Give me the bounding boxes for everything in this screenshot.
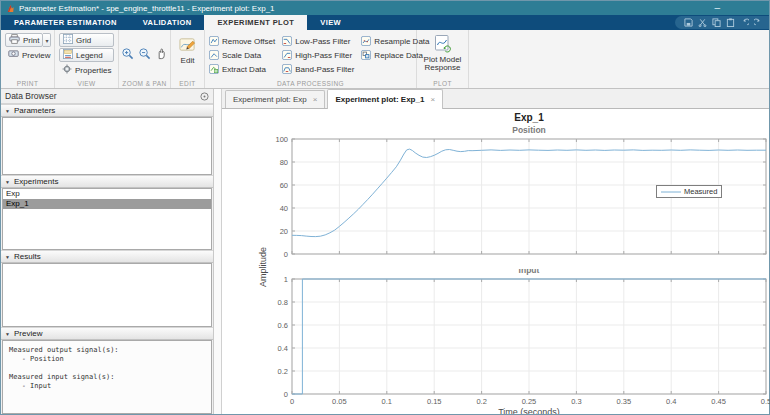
data-browser-menu-icon[interactable] xyxy=(200,92,209,101)
print-button[interactable]: Print xyxy=(5,33,43,47)
print-dropdown[interactable]: ▾ xyxy=(43,33,51,47)
scale-data-icon xyxy=(209,50,219,62)
tab-experiment-plot[interactable]: EXPERIMENT PLOT xyxy=(204,15,307,30)
legend-toggle[interactable]: Legend xyxy=(59,48,114,62)
plot-group-label: PLOT xyxy=(417,80,468,87)
legend-line-sample xyxy=(661,190,681,194)
paste-icon[interactable] xyxy=(726,18,735,27)
results-section-header[interactable]: ▼ Results xyxy=(1,250,213,263)
parameters-section-header[interactable]: ▼ Parameters xyxy=(1,104,213,117)
copy-icon[interactable] xyxy=(712,18,721,27)
close-icon[interactable]: × xyxy=(313,95,318,104)
svg-text:1: 1 xyxy=(284,275,288,284)
svg-text:0.2: 0.2 xyxy=(476,397,486,406)
ribbon: Print ▾ Preview PRINT Grid Lege xyxy=(1,30,769,89)
remove-offset-button[interactable]: Remove Offset xyxy=(209,35,275,48)
parameters-section-title: Parameters xyxy=(14,106,55,115)
edit-button[interactable]: Edit xyxy=(175,33,200,65)
high-pass-filter-button[interactable]: High-Pass Filter xyxy=(282,49,354,62)
data-browser-panel: Data Browser ▼ Parameters ▼ Experiments … xyxy=(1,89,214,414)
cut-icon[interactable] xyxy=(698,18,707,27)
svg-text:40: 40 xyxy=(280,204,288,213)
grid-icon xyxy=(63,34,73,46)
results-list[interactable] xyxy=(2,263,212,327)
ribbon-group-view: Grid Legend Properties VIEW xyxy=(55,30,119,88)
figure-region: Exp_1 020406080100Position 00.050.10.150… xyxy=(222,109,769,414)
properties-button[interactable]: Properties xyxy=(59,63,114,77)
edit-label: Edit xyxy=(181,56,195,65)
doc-tab-experiment-plot-exp-1[interactable]: Experiment plot: Exp_1 × xyxy=(327,89,443,109)
minimize-button[interactable]: – xyxy=(714,4,720,12)
svg-text:0.4: 0.4 xyxy=(666,397,676,406)
grid-toggle[interactable]: Grid xyxy=(59,33,114,47)
experiments-section-title: Experiments xyxy=(14,177,58,186)
title-bar: Parameter Estimation* - spe_engine_throt… xyxy=(1,1,769,15)
experiment-item-exp-1[interactable]: Exp_1 xyxy=(3,199,211,209)
preview-text: Measured output signal(s): - Position Me… xyxy=(2,340,212,414)
plot-model-response-button[interactable]: Plot ModelResponse xyxy=(421,33,464,72)
zoom-in-icon xyxy=(121,47,134,63)
svg-text:Position: Position xyxy=(512,125,546,135)
data-processing-group-label: DATA PROCESSING xyxy=(205,80,416,87)
tab-view[interactable]: VIEW xyxy=(307,15,354,30)
preview-button[interactable]: Preview xyxy=(5,48,50,62)
ribbon-group-plot: Plot ModelResponse PLOT xyxy=(417,30,469,88)
zoom-out-button[interactable] xyxy=(137,46,152,64)
scale-data-button[interactable]: Scale Data xyxy=(209,49,275,62)
save-icon[interactable] xyxy=(684,18,693,27)
svg-text:0.45: 0.45 xyxy=(711,397,726,406)
experiment-item-exp[interactable]: Exp xyxy=(3,189,211,199)
view-group-label: VIEW xyxy=(55,80,118,87)
svg-text:0.2: 0.2 xyxy=(278,367,288,376)
input-plot[interactable]: 00.050.10.150.20.250.30.350.40.450.500.2… xyxy=(222,269,770,414)
svg-text:0.4: 0.4 xyxy=(278,344,288,353)
printer-icon xyxy=(9,34,20,46)
svg-text:0.05: 0.05 xyxy=(332,397,347,406)
zoom-in-button[interactable] xyxy=(120,46,135,64)
pan-button[interactable] xyxy=(154,46,169,64)
extract-data-button[interactable]: Extract Data xyxy=(209,63,275,76)
grid-label: Grid xyxy=(76,36,91,45)
svg-text:0: 0 xyxy=(290,397,294,406)
svg-text:Input: Input xyxy=(519,269,540,275)
ribbon-group-zoom-pan: ZOOM & PAN xyxy=(119,30,171,88)
print-preview-icon xyxy=(8,49,19,61)
low-pass-filter-button[interactable]: Low-Pass Filter xyxy=(282,35,354,48)
svg-text:60: 60 xyxy=(280,181,288,190)
ribbon-spacer xyxy=(469,30,769,88)
extract-data-icon xyxy=(209,64,219,76)
replace-data-icon xyxy=(361,50,371,62)
document-area: Experiment plot: Exp × Experiment plot: … xyxy=(222,89,769,414)
preview-section-header[interactable]: ▼ Preview xyxy=(1,327,213,340)
doc-tab-label: Experiment plot: Exp_1 xyxy=(335,95,424,104)
svg-text:0.3: 0.3 xyxy=(571,397,581,406)
legend-label: Measured xyxy=(684,187,717,196)
svg-text:0: 0 xyxy=(284,390,288,399)
print-group-label: PRINT xyxy=(1,80,54,87)
legend-label: Legend xyxy=(76,51,103,60)
tab-parameter-estimation[interactable]: PARAMETER ESTIMATION xyxy=(1,15,130,30)
zoom-pan-group-label: ZOOM & PAN xyxy=(119,80,170,87)
preview-section-title: Preview xyxy=(14,329,42,338)
data-browser-title: Data Browser xyxy=(5,91,57,101)
doc-tab-experiment-plot-exp[interactable]: Experiment plot: Exp × xyxy=(225,90,325,108)
collapse-arrow-icon: ▼ xyxy=(5,331,10,337)
tab-validation[interactable]: VALIDATION xyxy=(130,15,205,30)
experiments-section-header[interactable]: ▼ Experiments xyxy=(1,175,213,188)
panel-splitter[interactable] xyxy=(214,89,222,414)
preview-label: Preview xyxy=(22,51,50,60)
band-pass-filter-button[interactable]: Band-Pass Filter xyxy=(282,63,354,76)
undo-icon[interactable] xyxy=(740,18,749,27)
svg-text:0.5: 0.5 xyxy=(761,397,770,406)
close-icon[interactable]: × xyxy=(430,95,435,104)
band-pass-filter-icon xyxy=(282,64,292,76)
ribbon-group-print: Print ▾ Preview PRINT xyxy=(1,30,55,88)
svg-text:0: 0 xyxy=(284,250,288,259)
remove-offset-icon xyxy=(209,36,219,48)
plot-legend[interactable]: Measured xyxy=(656,185,722,198)
redo-icon[interactable] xyxy=(754,18,763,27)
parameters-list[interactable] xyxy=(2,117,212,175)
plot-model-label-line2: Response xyxy=(424,63,460,72)
svg-text:Time (seconds): Time (seconds) xyxy=(498,407,560,414)
print-label: Print xyxy=(23,36,39,45)
